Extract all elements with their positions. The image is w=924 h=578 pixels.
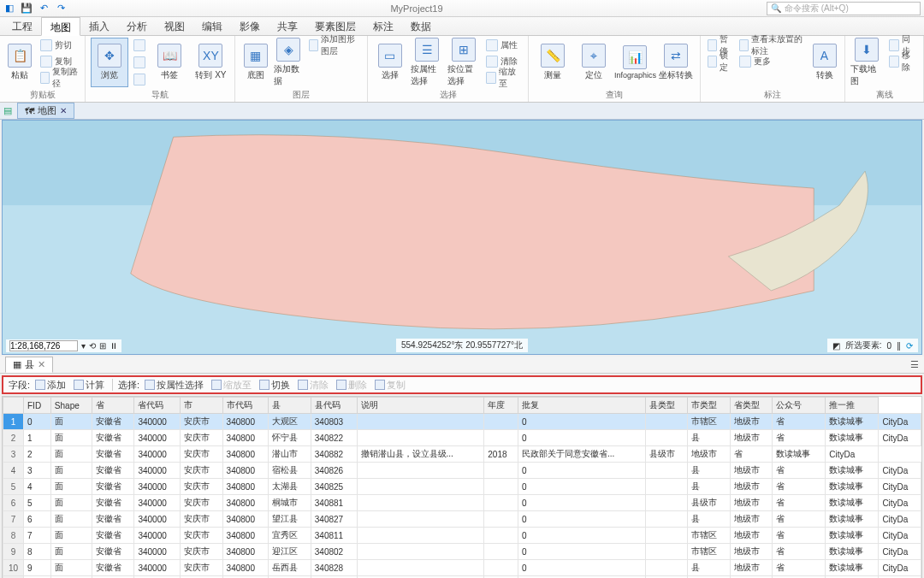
cell xyxy=(645,430,687,446)
convert-button[interactable]: A转换 xyxy=(809,38,839,87)
column-header[interactable]: 县类型 xyxy=(645,398,687,414)
column-header[interactable]: 批复 xyxy=(518,398,645,414)
scale-input[interactable] xyxy=(9,340,78,351)
column-header[interactable]: Shape xyxy=(50,398,92,414)
nav-tool-3[interactable] xyxy=(132,72,147,87)
table-row[interactable]: 109面安徽省340000安庆市340800岳西县3408280县地级市省数读城… xyxy=(3,560,921,576)
table-row[interactable]: 21面安徽省340000安庆市340800怀宁县3408220县地级市省数读城事… xyxy=(3,430,921,446)
cell: 8 xyxy=(24,544,51,560)
column-header[interactable]: 省代码 xyxy=(134,398,181,414)
locate-button[interactable]: ⌖定位 xyxy=(575,38,613,87)
contents-icon[interactable]: ▤ xyxy=(3,105,12,116)
extent-icon[interactable]: ⊞ xyxy=(99,341,106,351)
infographics-button[interactable]: 📊Infographics xyxy=(616,38,654,87)
cell: 6 xyxy=(3,495,24,511)
map-view[interactable]: ▾ ⟲ ⊞ ⏸ 554.9254252°东 20.9557727°北 ◩ 所选要… xyxy=(2,120,922,355)
undo-icon[interactable]: ↶ xyxy=(38,3,50,15)
column-header[interactable]: FID xyxy=(24,398,51,414)
refresh-icon[interactable]: ⟳ xyxy=(906,341,913,351)
remove-button[interactable]: 移除 xyxy=(887,54,918,69)
search-placeholder: 命令搜索 (Alt+Q) xyxy=(785,3,849,15)
rotate-icon[interactable]: ⟲ xyxy=(89,341,96,351)
column-header[interactable]: 年度 xyxy=(484,398,518,414)
calculate-button[interactable]: 计算 xyxy=(71,378,107,392)
table-row[interactable]: 98面安徽省340000安庆市340800迎江区3408020市辖区地级市省数读… xyxy=(3,544,921,560)
group-navigate: ✥浏览 📖书签 XY转到 XY 导航 xyxy=(86,36,235,102)
tab-共享[interactable]: 共享 xyxy=(269,17,306,35)
cell: 县 xyxy=(688,560,730,576)
tab-编辑[interactable]: 编辑 xyxy=(193,17,231,35)
more-button[interactable]: 更多 xyxy=(737,54,806,69)
column-header[interactable]: 市 xyxy=(181,398,222,414)
column-header[interactable]: 省 xyxy=(92,398,133,414)
table-row[interactable]: 32面安徽省340000安庆市340800潜山市340882撤销潜山县，设立县级… xyxy=(3,446,921,463)
unplaced-button[interactable]: 查看未放置的标注 xyxy=(737,38,806,53)
basemap-button[interactable]: ▦底图 xyxy=(240,38,270,87)
attributes-button[interactable]: 属性 xyxy=(484,38,523,53)
pause-draw-icon[interactable]: ⏸ xyxy=(110,341,118,351)
column-header[interactable]: 省类型 xyxy=(730,398,772,414)
coordconv-button[interactable]: ⇄坐标转换 xyxy=(657,38,695,87)
gotoxy-button[interactable]: XY转到 XY xyxy=(192,38,229,87)
nav-tool-2[interactable] xyxy=(132,55,147,70)
tab-分析[interactable]: 分析 xyxy=(118,17,156,35)
tab-标注[interactable]: 标注 xyxy=(364,17,402,35)
save-icon[interactable]: 💾 xyxy=(21,3,33,15)
table-row[interactable]: 76面安徽省340000安庆市340800望江县3408270县地级市省数读城事… xyxy=(3,511,921,528)
select-byloc-button[interactable]: ⊞按位置选择 xyxy=(447,38,481,87)
explore-button[interactable]: ✥浏览 xyxy=(91,38,128,87)
cell: 数读城事 xyxy=(826,511,879,528)
tab-要素图层[interactable]: 要素图层 xyxy=(306,17,364,35)
select-button[interactable]: ▭选择 xyxy=(373,38,406,87)
cell: 340800 xyxy=(222,528,269,544)
measure-button[interactable]: 📏测量 xyxy=(534,38,572,87)
cell: 县级市 xyxy=(688,495,730,511)
zoomto-button[interactable]: 缩放至 xyxy=(484,70,523,86)
bookmarks-button[interactable]: 📖书签 xyxy=(151,38,188,87)
nav-tool-1[interactable] xyxy=(132,38,147,53)
column-header[interactable]: 县代码 xyxy=(311,398,357,414)
close-icon[interactable]: ✕ xyxy=(38,359,45,370)
cell: CityDa xyxy=(879,544,921,560)
tab-视图[interactable]: 视图 xyxy=(156,17,193,35)
add-field-button[interactable]: 添加 xyxy=(33,378,68,392)
table-tab[interactable]: ▦ 县 ✕ xyxy=(5,357,53,373)
column-header[interactable]: 市类型 xyxy=(688,398,730,414)
select-byattr-button[interactable]: 按属性选择 xyxy=(142,378,206,392)
column-header[interactable]: 公众号 xyxy=(773,398,826,414)
table-row[interactable]: 43面安徽省340000安庆市340800宿松县3408260县地级市省数读城事… xyxy=(3,463,921,479)
copypath-button[interactable]: 复制路径 xyxy=(38,70,80,86)
column-header[interactable]: 市代码 xyxy=(222,398,269,414)
table-row[interactable]: 54面安徽省340000安庆市340800太湖县3408250县地级市省数读城事… xyxy=(3,479,921,495)
column-header[interactable]: 县 xyxy=(269,398,311,414)
download-button[interactable]: ⬇下载地图 xyxy=(850,38,884,87)
close-icon[interactable]: ✕ xyxy=(60,106,67,115)
redo-icon[interactable]: ↷ xyxy=(55,3,67,15)
tab-影像[interactable]: 影像 xyxy=(231,17,269,35)
attribute-table[interactable]: FIDShape省省代码市市代码县县代码说明年度批复县类型市类型省类型公众号推一… xyxy=(2,396,922,578)
lock-button[interactable]: 锁定 xyxy=(706,54,734,69)
scale-control[interactable]: ▾ ⟲ ⊞ ⏸ xyxy=(6,339,121,352)
snap-icon[interactable]: ‖ xyxy=(897,341,901,351)
tab-数据[interactable]: 数据 xyxy=(402,17,440,35)
addgraphics-button[interactable]: 添加图形图层 xyxy=(307,38,363,53)
adddata-button[interactable]: ◈添加数据 xyxy=(274,38,304,87)
cell: 0 xyxy=(518,463,645,479)
column-header[interactable]: 说明 xyxy=(357,398,484,414)
select-byattr-button[interactable]: ☰按属性选择 xyxy=(411,38,444,87)
tab-地图[interactable]: 地图 xyxy=(41,17,80,36)
tab-插入[interactable]: 插入 xyxy=(80,17,118,35)
paste-button[interactable]: 📋粘贴 xyxy=(5,38,35,87)
switch-button[interactable]: 切换 xyxy=(257,378,293,392)
column-header[interactable] xyxy=(3,398,24,414)
table-row[interactable]: 87面安徽省340000安庆市340800宜秀区3408110市辖区地级市省数读… xyxy=(3,528,921,544)
cut-button[interactable]: 剪切 xyxy=(38,38,80,53)
scale-tool-icon[interactable]: ▾ xyxy=(81,341,86,351)
column-header[interactable]: 推一推 xyxy=(826,398,879,414)
map-view-tab[interactable]: 🗺 地图 ✕ xyxy=(17,103,74,119)
command-search[interactable]: 🔍 命令搜索 (Alt+Q) xyxy=(767,2,921,15)
table-row[interactable]: 65面安徽省340000安庆市340800桐城市3408810县级市地级市省数读… xyxy=(3,495,921,511)
table-row[interactable]: 10面安徽省340000安庆市340800大观区3408030市辖区地级市省数读… xyxy=(3,414,921,430)
table-menu-icon[interactable]: ☰ xyxy=(910,359,919,370)
tab-工程[interactable]: 工程 xyxy=(3,17,41,35)
